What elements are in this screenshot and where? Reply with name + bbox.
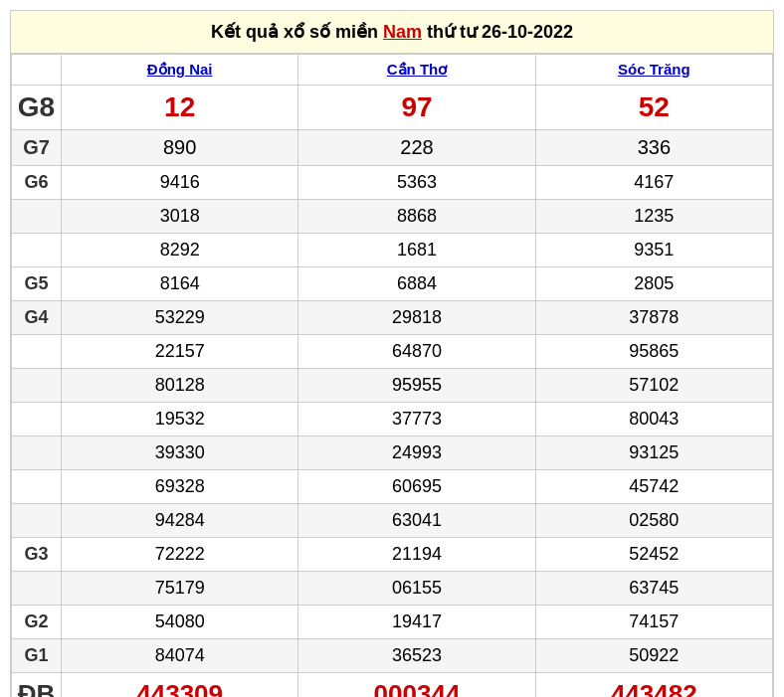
g1-col2: 36523 [298, 639, 535, 673]
g4-3-col3: 57102 [535, 369, 772, 403]
g4-label: G4 [12, 301, 62, 335]
g4-4-col1: 19532 [62, 403, 298, 436]
g1-col3: 50922 [535, 639, 772, 673]
g4-6-label [12, 470, 62, 504]
g8-col3: 52 [535, 86, 772, 130]
table-row-g6-2: 3018 8868 1235 [12, 200, 773, 234]
results-table: Đồng Nai Cần Thơ Sóc Trăng G8 12 97 52 G… [11, 54, 773, 697]
table-row-g3-2: 75179 06155 63745 [12, 572, 773, 606]
g4-2-col3: 95865 [535, 335, 772, 369]
g4-3-label [12, 369, 62, 403]
g3-2-col3: 63745 [535, 572, 772, 606]
db-col1: 443309 [62, 673, 298, 698]
g8-col1: 12 [62, 86, 298, 130]
g4-3-col2: 95955 [298, 369, 535, 403]
g6-1-col2: 5363 [298, 166, 535, 200]
g4-7-col1: 94284 [62, 504, 298, 538]
g4-6-col2: 60695 [298, 470, 535, 504]
g3-2-label [12, 572, 62, 606]
g4-6-col3: 45742 [535, 470, 772, 504]
title-highlight: Nam [383, 22, 422, 42]
table-row-db: ĐB 443309 000344 443482 [12, 673, 773, 698]
g8-col2: 97 [298, 86, 535, 130]
table-row-g4-6: 69328 60695 45742 [12, 470, 773, 504]
g1-col1: 84074 [62, 639, 298, 673]
g4-7-col3: 02580 [535, 504, 772, 538]
table-row-g4-2: 22157 64870 95865 [12, 335, 773, 369]
g2-label: G2 [12, 606, 62, 639]
title-suffix: thứ tư 26-10-2022 [427, 22, 573, 42]
main-container: Kết quả xổ số miền Nam thứ tư 26-10-2022… [10, 10, 774, 697]
g6-1-col3: 4167 [535, 166, 772, 200]
g3-2-col1: 75179 [62, 572, 298, 606]
table-row-g4-5: 39330 24993 93125 [12, 436, 773, 470]
g7-label: G7 [12, 130, 62, 166]
g4-6-col1: 69328 [62, 470, 298, 504]
col1-link[interactable]: Đồng Nai [147, 61, 213, 78]
col2-link[interactable]: Cần Thơ [387, 61, 448, 78]
empty-header [12, 55, 62, 86]
g6-2-col2: 8868 [298, 200, 535, 234]
table-row-g2: G2 54080 19417 74157 [12, 606, 773, 639]
col2-header: Cần Thơ [298, 55, 535, 86]
g4-2-label [12, 335, 62, 369]
g4-4-col2: 37773 [298, 403, 535, 436]
g7-col2: 228 [298, 130, 535, 166]
g6-3-col3: 9351 [535, 234, 772, 267]
g4-1-col1: 53229 [62, 301, 298, 335]
g5-col3: 2805 [535, 267, 772, 301]
table-row-g4-1: G4 53229 29818 37878 [12, 301, 773, 335]
g4-5-col1: 39330 [62, 436, 298, 470]
g6-1-col1: 9416 [62, 166, 298, 200]
title-bar: Kết quả xổ số miền Nam thứ tư 26-10-2022 [11, 11, 773, 54]
table-row-g4-3: 80128 95955 57102 [12, 369, 773, 403]
g6-2-label [12, 200, 62, 234]
g2-col3: 74157 [535, 606, 772, 639]
g6-label: G6 [12, 166, 62, 200]
g3-label: G3 [12, 538, 62, 572]
db-col2: 000344 [298, 673, 535, 698]
g1-label: G1 [12, 639, 62, 673]
col1-header: Đồng Nai [62, 55, 298, 86]
g4-4-col3: 80043 [535, 403, 772, 436]
g4-2-col1: 22157 [62, 335, 298, 369]
g4-5-col2: 24993 [298, 436, 535, 470]
table-row-g1: G1 84074 36523 50922 [12, 639, 773, 673]
col3-link[interactable]: Sóc Trăng [618, 61, 690, 78]
g2-col1: 54080 [62, 606, 298, 639]
g4-5-col3: 93125 [535, 436, 772, 470]
g4-2-col2: 64870 [298, 335, 535, 369]
g4-1-col3: 37878 [535, 301, 772, 335]
g3-1-col3: 52452 [535, 538, 772, 572]
g3-1-col2: 21194 [298, 538, 535, 572]
table-row-g7: G7 890 228 336 [12, 130, 773, 166]
g6-2-col3: 1235 [535, 200, 772, 234]
table-row-g4-4: 19532 37773 80043 [12, 403, 773, 436]
g3-1-col1: 72222 [62, 538, 298, 572]
g6-3-col2: 1681 [298, 234, 535, 267]
table-row-g6-3: 8292 1681 9351 [12, 234, 773, 267]
g7-col3: 336 [535, 130, 772, 166]
g8-label: G8 [12, 86, 62, 130]
table-row-g4-7: 94284 63041 02580 [12, 504, 773, 538]
table-row-g3-1: G3 72222 21194 52452 [12, 538, 773, 572]
table-row-g5: G5 8164 6884 2805 [12, 267, 773, 301]
g4-5-label [12, 436, 62, 470]
g4-4-label [12, 403, 62, 436]
col3-header: Sóc Trăng [535, 55, 772, 86]
table-row-g8: G8 12 97 52 [12, 86, 773, 130]
g6-3-col1: 8292 [62, 234, 298, 267]
db-col3: 443482 [535, 673, 772, 698]
g7-col1: 890 [62, 130, 298, 166]
g5-label: G5 [12, 267, 62, 301]
g4-1-col2: 29818 [298, 301, 535, 335]
title-prefix: Kết quả xổ số miền [211, 22, 378, 42]
g5-col2: 6884 [298, 267, 535, 301]
g4-7-label [12, 504, 62, 538]
g6-2-col1: 3018 [62, 200, 298, 234]
g2-col2: 19417 [298, 606, 535, 639]
db-label: ĐB [12, 673, 62, 698]
g4-3-col1: 80128 [62, 369, 298, 403]
table-row-g6-1: G6 9416 5363 4167 [12, 166, 773, 200]
g6-3-label [12, 234, 62, 267]
